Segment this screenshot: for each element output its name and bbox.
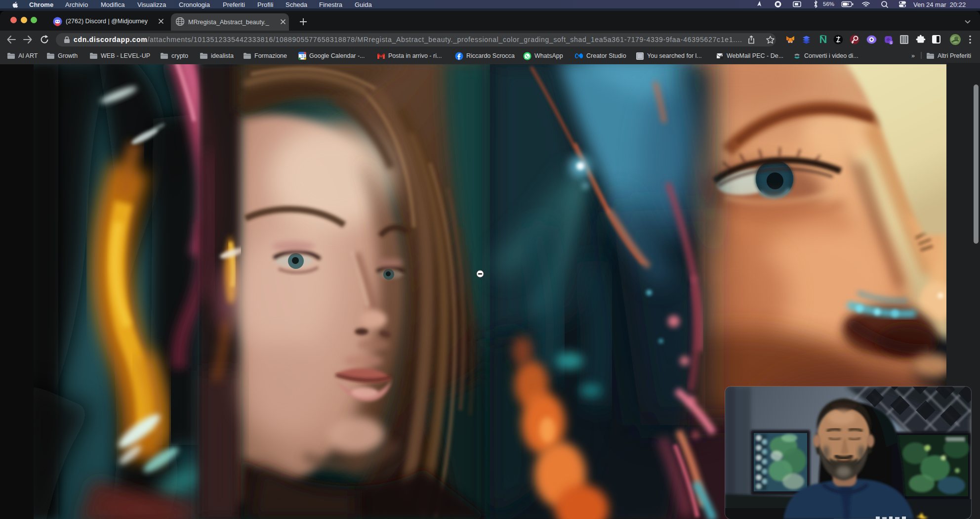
- svg-text:31: 31: [301, 54, 306, 59]
- svg-text:S: S: [890, 41, 893, 44]
